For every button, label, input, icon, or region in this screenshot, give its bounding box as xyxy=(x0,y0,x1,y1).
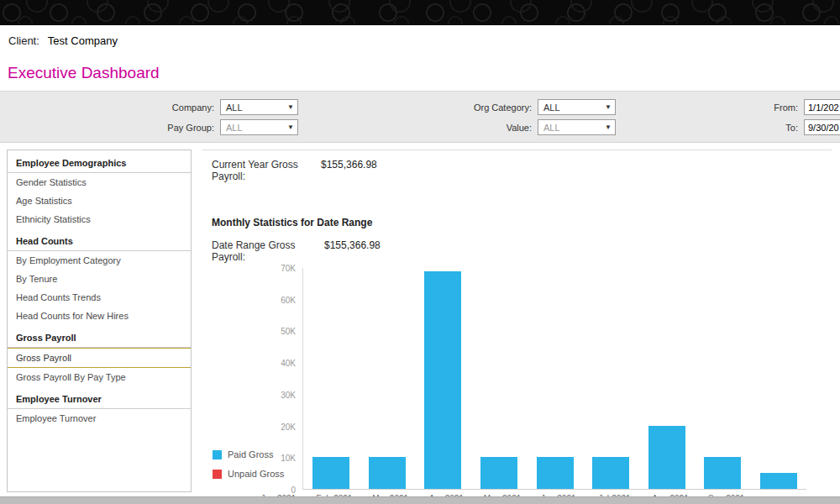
sidebar-section-header-employee-turnover: Employee Turnover xyxy=(8,386,191,409)
pay-group-select-value: ALL xyxy=(226,123,243,133)
paid-gross-bar-jan-2021[interactable] xyxy=(312,457,349,489)
chevron-down-icon: ▼ xyxy=(605,103,612,111)
org-category-select-value: ALL xyxy=(543,102,560,113)
chart-column-jul-2021 xyxy=(638,268,695,489)
legend-label-unpaid-gross: Unpaid Gross xyxy=(228,469,284,479)
monthly-statistics-title: Monthly Statistics for Date Range xyxy=(212,217,832,228)
chart-column-jun-2021 xyxy=(583,268,639,489)
filter-bar: Company: ALL ▼ Pay Group: ALL ▼ Org Cate… xyxy=(0,91,840,143)
sidebar-item-employee-turnover[interactable]: Employee Turnover xyxy=(8,409,191,428)
client-label: Client: xyxy=(8,34,39,47)
y-tick-label: 20K xyxy=(281,422,296,431)
current-year-gross-payroll-label: Current Year Gross Payroll: xyxy=(212,159,318,182)
content-area: Employee DemographicsGender StatisticsAg… xyxy=(0,143,840,497)
legend-swatch-paid-gross xyxy=(213,450,222,459)
sidebar-item-age-statistics[interactable]: Age Statistics xyxy=(8,192,191,210)
chart-legend: Paid GrossUnpaid Gross xyxy=(213,440,284,479)
paid-gross-bar-apr-2021[interactable] xyxy=(480,457,517,489)
from-date-input[interactable] xyxy=(804,99,840,115)
paid-gross-bar-jul-2021[interactable] xyxy=(648,426,685,489)
sidebar-item-head-counts-trends[interactable]: Head Counts Trends xyxy=(8,288,191,307)
y-tick-label: 50K xyxy=(281,327,296,336)
main-panel: Current Year Gross Payroll: $155,366.98 … xyxy=(202,150,832,492)
value-select[interactable]: ALL ▼ xyxy=(538,119,616,135)
title-row: Executive Dashboard xyxy=(0,55,840,91)
chart-column-jan-2021 xyxy=(303,268,360,489)
org-category-label: Org Category: xyxy=(444,102,532,113)
paid-gross-bar-jun-2021[interactable] xyxy=(592,457,629,489)
sidebar-section-header-gross-payroll: Gross Payroll xyxy=(8,325,191,348)
paid-gross-bar-feb-2021[interactable] xyxy=(369,457,406,489)
pay-group-label: Pay Group: xyxy=(126,123,214,133)
org-category-select[interactable]: ALL ▼ xyxy=(538,99,616,115)
chevron-down-icon: ▼ xyxy=(287,123,294,131)
bottom-status-bar xyxy=(0,496,840,504)
company-select[interactable]: ALL ▼ xyxy=(220,99,298,115)
y-tick-label: 40K xyxy=(281,359,296,368)
page-title: Executive Dashboard xyxy=(8,64,160,82)
paid-gross-bar-sep-2021[interactable] xyxy=(760,473,797,489)
chart-column-sep-2021 xyxy=(751,268,807,489)
sidebar-item-by-tenure[interactable]: By Tenure xyxy=(8,270,191,288)
value-select-value: ALL xyxy=(543,123,560,133)
client-name: Test Company xyxy=(48,34,118,47)
paid-gross-bar-may-2021[interactable] xyxy=(537,457,574,489)
sidebar-item-gross-payroll[interactable]: Gross Payroll xyxy=(8,348,191,368)
chart-column-apr-2021 xyxy=(471,268,528,489)
sidebar-item-gross-payroll-by-pay-type[interactable]: Gross Payroll By Pay Type xyxy=(8,368,191,386)
gross-payroll-bar-chart: 010K20K30K40K50K60K70K xyxy=(264,268,832,490)
y-tick-label: 60K xyxy=(281,295,296,304)
sidebar-item-head-counts-for-new-hires[interactable]: Head Counts for New Hires xyxy=(8,307,191,325)
from-date-label: From: xyxy=(756,102,798,113)
to-date-label: To: xyxy=(756,123,798,133)
sidebar-section-header-employee-demographics: Employee Demographics xyxy=(8,150,191,173)
pay-group-select[interactable]: ALL ▼ xyxy=(220,119,298,135)
sidebar-item-by-employment-category[interactable]: By Employment Category xyxy=(8,251,191,270)
chart-column-mar-2021 xyxy=(415,268,471,489)
client-row: Client: Test Company xyxy=(0,25,840,55)
y-tick-label: 0 xyxy=(291,486,296,495)
date-range-gross-payroll-label: Date Range Gross Payroll: xyxy=(212,239,321,263)
legend-item-unpaid-gross: Unpaid Gross xyxy=(213,469,284,479)
paid-gross-bar-mar-2021[interactable] xyxy=(424,271,461,489)
sidebar-item-ethnicity-statistics[interactable]: Ethnicity Statistics xyxy=(8,210,191,228)
date-range-gross-payroll-value: $155,366.98 xyxy=(324,239,381,263)
legend-swatch-unpaid-gross xyxy=(213,470,222,479)
current-year-gross-payroll-value: $155,366.98 xyxy=(321,159,377,182)
chart-plot-area xyxy=(302,268,806,490)
legend-item-paid-gross: Paid Gross xyxy=(213,449,284,459)
to-date-input[interactable] xyxy=(804,119,840,135)
chevron-down-icon: ▼ xyxy=(605,123,612,131)
paid-gross-bar-aug-2021[interactable] xyxy=(704,457,741,489)
company-select-value: ALL xyxy=(226,102,243,113)
legend-label-paid-gross: Paid Gross xyxy=(228,449,273,459)
sidebar-section-header-head-counts: Head Counts xyxy=(8,228,191,251)
y-tick-label: 70K xyxy=(281,264,296,273)
chart-column-feb-2021 xyxy=(360,268,416,489)
value-label: Value: xyxy=(444,123,532,133)
sidebar-item-gender-statistics[interactable]: Gender Statistics xyxy=(8,173,191,192)
y-tick-label: 30K xyxy=(281,390,296,399)
chart-column-aug-2021 xyxy=(695,268,751,489)
sidebar-menu: Employee DemographicsGender StatisticsAg… xyxy=(7,150,192,492)
top-decorative-bar xyxy=(0,0,840,25)
chevron-down-icon: ▼ xyxy=(287,103,294,111)
company-label: Company: xyxy=(126,102,214,113)
chart-column-may-2021 xyxy=(527,268,583,489)
